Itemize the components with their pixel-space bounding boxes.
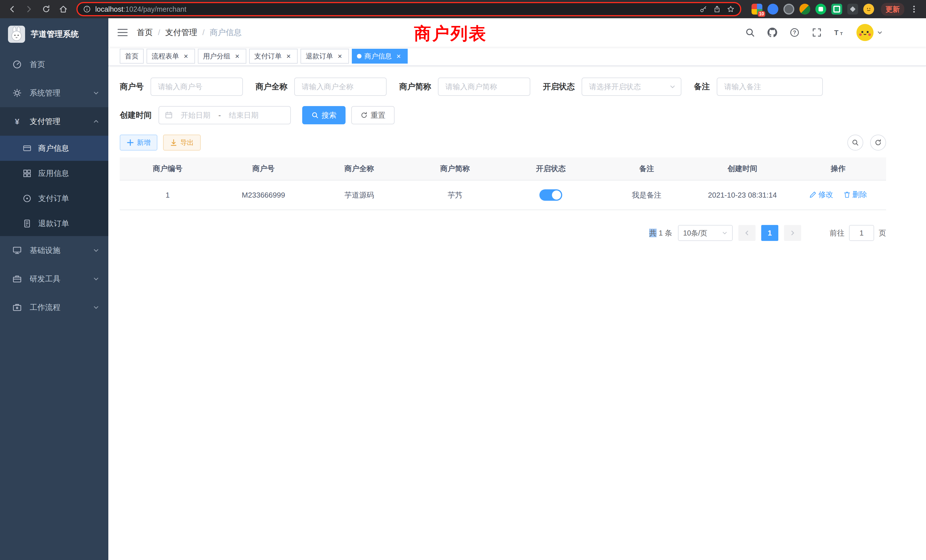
col-merchant-id: 商户编号	[120, 157, 216, 180]
tab-close-icon[interactable]: ×	[336, 52, 344, 60]
short-name-input[interactable]	[438, 77, 530, 96]
extension-smiley-icon[interactable]	[863, 4, 874, 15]
tab-close-icon[interactable]: ×	[395, 52, 402, 60]
search-button[interactable]: 搜索	[302, 106, 345, 124]
extension-grid-icon[interactable]: 10	[752, 4, 763, 15]
tab-process-form[interactable]: 流程表单 ×	[147, 49, 195, 64]
full-name-input[interactable]	[294, 77, 387, 96]
search-button-label: 搜索	[322, 110, 336, 120]
github-icon[interactable]	[767, 28, 777, 37]
dashboard-icon	[12, 60, 22, 69]
sidebar-item-home[interactable]: 首页	[0, 50, 108, 79]
field-status: 开启状态 请选择开启状态	[543, 77, 681, 96]
status-select-placeholder: 请选择开启状态	[589, 82, 641, 92]
date-end-input[interactable]	[223, 111, 264, 120]
passwords-key-icon[interactable]	[700, 5, 707, 13]
field-label: 开启状态	[543, 81, 575, 92]
user-menu[interactable]	[856, 24, 883, 41]
extension-duo-icon[interactable]	[799, 4, 810, 15]
date-start-input[interactable]	[175, 111, 216, 120]
site-info-icon[interactable]	[83, 5, 91, 13]
sidebar-item-app-info[interactable]: 应用信息	[0, 161, 108, 186]
col-merchant-no: 商户号	[216, 157, 311, 180]
col-short-name: 商户简称	[407, 157, 503, 180]
app-logo[interactable]: 芋道管理系统	[0, 18, 108, 50]
url-text: localhost:1024/pay/merchant	[95, 5, 695, 14]
sidebar-item-devtools[interactable]: 研发工具	[0, 265, 108, 293]
extension-green-circle-icon[interactable]	[816, 4, 826, 15]
extension-drop-icon[interactable]	[767, 4, 778, 15]
sidebar-item-refund-order[interactable]: 退款订单	[0, 211, 108, 236]
cell-short-name: 芋艿	[407, 180, 503, 210]
tab-user-group[interactable]: 用户分组 ×	[198, 49, 246, 64]
font-size-icon[interactable]: TT	[834, 28, 844, 37]
browser-forward-icon[interactable]	[22, 2, 36, 17]
export-button[interactable]: 导出	[163, 135, 201, 151]
goto-label: 前往	[830, 228, 844, 238]
status-toggle[interactable]	[539, 189, 562, 201]
sidebar-item-payment[interactable]: ¥ 支付管理	[0, 107, 108, 136]
sidebar-item-workflow[interactable]: 工作流程	[0, 293, 108, 322]
browser-home-icon[interactable]	[56, 2, 71, 17]
search-form-row-2: 创建时间 - 搜索 重置	[120, 106, 886, 124]
delete-link[interactable]: 删除	[843, 190, 867, 200]
calendar-icon	[165, 111, 173, 119]
pagination-total: 共 1 条	[649, 228, 672, 238]
col-remark: 备注	[599, 157, 694, 180]
sidebar-item-pay-order[interactable]: 支付订单	[0, 186, 108, 211]
status-select[interactable]: 请选择开启状态	[582, 77, 681, 96]
extension-green-square-icon[interactable]	[831, 4, 842, 15]
tab-merchant-info[interactable]: 商户信息 ×	[352, 49, 408, 64]
reset-button[interactable]: 重置	[351, 106, 395, 124]
date-range-picker[interactable]: -	[159, 106, 291, 124]
extensions-pin-icon[interactable]	[847, 4, 858, 15]
sidebar-item-system[interactable]: 系统管理	[0, 79, 108, 107]
chevron-down-icon	[669, 83, 676, 90]
grid-icon	[23, 169, 31, 178]
sidebar-item-label: 退款订单	[38, 218, 69, 229]
browser-update-button[interactable]: 更新	[881, 3, 904, 16]
toggle-search-icon[interactable]	[847, 135, 863, 151]
tab-pay-order[interactable]: 支付订单 ×	[249, 49, 298, 64]
merchant-table: 商户编号 商户号 商户全称 商户简称 开启状态 备注 创建时间 操作 1	[120, 157, 886, 210]
help-icon[interactable]: ?	[790, 28, 799, 37]
page-size-select[interactable]: 10条/页	[678, 225, 733, 241]
edit-link[interactable]: 修改	[809, 190, 833, 200]
refresh-table-icon[interactable]	[870, 135, 886, 151]
active-tab-dot	[357, 54, 362, 59]
search-icon[interactable]	[745, 28, 755, 37]
prev-page-button[interactable]	[738, 225, 755, 241]
sidebar-item-label: 工作流程	[30, 302, 61, 312]
breadcrumb-separator: /	[158, 28, 160, 37]
tab-close-icon[interactable]: ×	[284, 52, 292, 60]
sidebar-item-label: 应用信息	[38, 168, 69, 179]
browser-back-icon[interactable]	[5, 2, 20, 17]
extension-dark-icon[interactable]	[784, 4, 794, 15]
address-bar[interactable]: localhost:1024/pay/merchant	[76, 2, 741, 16]
breadcrumb-home[interactable]: 首页	[137, 27, 153, 38]
browser-reload-icon[interactable]	[39, 2, 54, 17]
breadcrumb-payment[interactable]: 支付管理	[165, 27, 197, 38]
sidebar-toggle-icon[interactable]	[108, 18, 137, 47]
next-page-button[interactable]	[784, 225, 801, 241]
page-number-button[interactable]: 1	[761, 225, 778, 241]
col-full-name: 商户全称	[311, 157, 407, 180]
share-icon[interactable]	[713, 5, 721, 13]
tab-label: 支付订单	[254, 51, 282, 61]
merchant-no-input[interactable]	[151, 77, 243, 96]
card-icon	[23, 144, 31, 153]
tab-home[interactable]: 首页	[120, 49, 144, 64]
sidebar-item-merchant-info[interactable]: 商户信息	[0, 136, 108, 161]
bookmark-star-icon[interactable]	[727, 5, 734, 13]
add-button[interactable]: 新增	[120, 135, 157, 151]
fullscreen-icon[interactable]	[812, 28, 822, 37]
tab-refund-order[interactable]: 退款订单 ×	[301, 49, 349, 64]
sidebar-item-infra[interactable]: 基础设施	[0, 236, 108, 265]
remark-input[interactable]	[717, 77, 823, 96]
tab-close-icon[interactable]: ×	[233, 52, 241, 60]
chevron-down-icon	[93, 90, 99, 96]
browser-menu-icon[interactable]	[906, 2, 921, 17]
extension-badge: 10	[758, 11, 765, 17]
tab-close-icon[interactable]: ×	[182, 52, 190, 60]
goto-page-input[interactable]	[849, 225, 874, 241]
